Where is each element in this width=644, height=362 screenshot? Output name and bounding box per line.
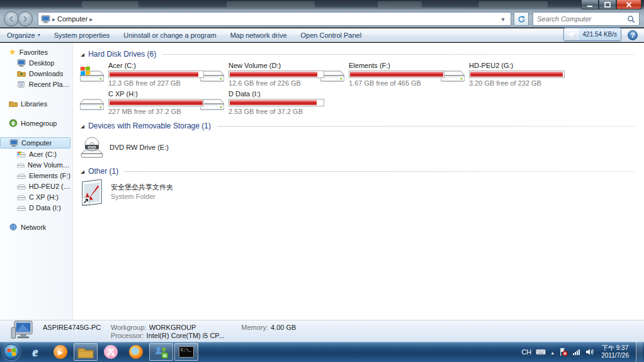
- maximize-button[interactable]: [599, 0, 616, 9]
- sidebar-item-hd-peu2-g[interactable]: HD-PEU2 (G:): [0, 181, 72, 191]
- drive-tile-hd-peu2-g[interactable]: HD-PEU2 (G:) 3.20 GB free of 232 GB: [440, 60, 560, 88]
- group-header-rule: [162, 54, 635, 55]
- media-player-icon: [54, 345, 67, 359]
- drive-icon: [17, 173, 26, 179]
- map-network-drive-button[interactable]: Map network drive: [223, 28, 294, 42]
- group-header-rule: [217, 126, 635, 127]
- window-controls: [581, 0, 641, 9]
- titlebar-glass-reflection: [478, 1, 548, 8]
- keyboard-icon[interactable]: [536, 349, 546, 355]
- disk-usage-bar: [229, 71, 324, 78]
- drive-tile-dvd-rw-e[interactable]: DVD RW Drive (E:): [79, 132, 639, 162]
- volume-icon[interactable]: [585, 348, 594, 356]
- sidebar-item-libraries[interactable]: Libraries: [0, 98, 72, 109]
- sidebar-item-downloads[interactable]: Downloads: [0, 68, 72, 79]
- drive-tile-new-volume-d[interactable]: New Volume (D:) 12.6 GB free of 226 GB: [200, 60, 320, 88]
- collapse-triangle-icon[interactable]: [81, 52, 84, 57]
- address-history-dropdown[interactable]: [498, 15, 508, 23]
- back-button[interactable]: [4, 11, 19, 26]
- system-properties-button[interactable]: System properties: [47, 28, 117, 42]
- firefox-icon: [129, 345, 143, 359]
- dvd-drive-icon: [79, 137, 105, 158]
- action-center-icon[interactable]: [559, 348, 568, 356]
- internet-explorer-icon: e: [33, 346, 38, 358]
- taskbar-ie-icon[interactable]: e: [23, 343, 47, 361]
- system-tray: CH 下午 9:37 2011/7/26: [521, 342, 644, 362]
- system-folder-tile[interactable]: 安全堡垒共享文件夹 System Folder: [79, 178, 639, 210]
- search-box[interactable]: [533, 12, 640, 26]
- taskbar-messenger-icon[interactable]: [149, 343, 173, 361]
- titlebar-glass-reflection: [227, 1, 315, 8]
- taskbar-firefox-icon[interactable]: [124, 343, 148, 361]
- breadcrumb-separator: [89, 15, 93, 23]
- collapse-triangle-icon[interactable]: [81, 123, 84, 128]
- collapse-triangle-icon[interactable]: [81, 169, 84, 174]
- window-titlebar: Computer: [0, 0, 644, 28]
- workgroup-value: WORKGROUP: [149, 324, 196, 331]
- group-header-hard-disk-drives[interactable]: Hard Disk Drives (6): [81, 50, 639, 59]
- sidebar-item-d-data-i[interactable]: D Data (I:): [0, 202, 72, 213]
- sidebar-item-network[interactable]: Network: [0, 222, 72, 232]
- system-drive-icon: [17, 151, 26, 157]
- shared-folder-icon: [79, 179, 105, 206]
- navigation-pane: ★ Favorites Desktop Downloads Recent Pla…: [0, 43, 73, 320]
- details-pane: ASPIRE4745G-PC Workgroup: WORKGROUP Memo…: [0, 320, 644, 342]
- computer-name: ASPIRE4745G-PC: [43, 324, 106, 331]
- desktop-icon: [17, 59, 26, 67]
- sidebar-item-desktop[interactable]: Desktop: [0, 57, 72, 68]
- sidebar-item-favorites[interactable]: ★ Favorites: [0, 47, 72, 57]
- network-signal-icon[interactable]: [572, 348, 581, 356]
- command-bar: Organize System properties Uninstall or …: [0, 28, 644, 42]
- open-control-panel-button[interactable]: Open Control Panel: [294, 28, 369, 42]
- sidebar-item-c-xp-h[interactable]: C XP (H:): [0, 191, 72, 202]
- taskbar-clock[interactable]: 下午 9:37 2011/7/26: [601, 344, 629, 359]
- computer-icon: [10, 320, 35, 342]
- search-input[interactable]: [537, 15, 627, 23]
- taskbar: e C:\_ CH 下午 9:37 2011/7/26: [0, 342, 644, 362]
- computer-icon: [9, 139, 18, 147]
- taskbar-command-prompt-icon[interactable]: C:\_: [174, 343, 198, 361]
- sidebar-item-new-volume-d[interactable]: New Volume (D:): [0, 159, 72, 170]
- refresh-button[interactable]: [514, 12, 529, 26]
- group-header-removable-storage[interactable]: Devices with Removable Storage (1): [81, 122, 639, 130]
- desktop-screen: Computer Organize System properties Unin…: [0, 0, 644, 362]
- sidebar-item-homegroup[interactable]: Homegroup: [0, 118, 72, 128]
- libraries-icon: [9, 100, 18, 107]
- sidebar-item-computer[interactable]: Computer: [0, 137, 71, 149]
- forward-button[interactable]: [18, 11, 33, 26]
- taskbar-explorer-icon[interactable]: [74, 343, 98, 361]
- taskbar-snipping-app-icon[interactable]: [99, 343, 123, 361]
- taskbar-media-player-icon[interactable]: [48, 343, 72, 361]
- disk-usage-bar: [469, 71, 565, 78]
- drive-tile-acer-c[interactable]: Acer (C:) 12.3 GB free of 227 GB: [79, 60, 200, 88]
- drive-tile-d-data-i[interactable]: D Data (I:) 2.53 GB free of 37.2 GB: [200, 89, 320, 116]
- drive-tile-elements-f[interactable]: Elements (F:) 1.67 GB free of 465 GB: [320, 60, 440, 88]
- downloads-icon: [17, 70, 26, 77]
- organize-button[interactable]: Organize: [0, 28, 47, 42]
- drive-tile-c-xp-h[interactable]: C XP (H:) 227 MB free of 37.2 GB: [79, 89, 200, 116]
- speed-value: 421.54 KB/s: [579, 28, 621, 41]
- sidebar-item-recent-places[interactable]: Recent Places: [0, 79, 72, 89]
- language-indicator[interactable]: CH: [521, 348, 531, 356]
- messenger-icon: [154, 346, 169, 359]
- download-speed-badge[interactable]: 421.54 KB/s: [563, 28, 621, 41]
- uninstall-program-button[interactable]: Uninstall or change a program: [116, 28, 223, 42]
- help-button[interactable]: ?: [628, 30, 638, 40]
- file-list-view: Hard Disk Drives (6) Acer (C:) 12.3 GB f…: [73, 43, 644, 320]
- disk-usage-bar: [108, 99, 204, 106]
- sidebar-item-elements-f[interactable]: Elements (F:): [0, 170, 72, 181]
- star-icon: ★: [9, 48, 16, 56]
- sidebar-item-acer-c[interactable]: Acer (C:): [0, 149, 72, 159]
- breadcrumb-computer[interactable]: Computer: [57, 15, 88, 23]
- minimize-button[interactable]: [581, 0, 599, 9]
- close-button[interactable]: [616, 0, 641, 9]
- address-bar[interactable]: Computer: [38, 12, 511, 26]
- show-hidden-icons-button[interactable]: [550, 348, 555, 356]
- command-prompt-icon: C:\_: [179, 346, 194, 358]
- computer-icon: [41, 15, 50, 23]
- breadcrumb-separator: [52, 15, 55, 23]
- scissors-icon: [104, 345, 118, 359]
- show-desktop-button[interactable]: [636, 342, 643, 362]
- group-header-other[interactable]: Other (1): [81, 167, 639, 176]
- start-button[interactable]: [0, 342, 23, 362]
